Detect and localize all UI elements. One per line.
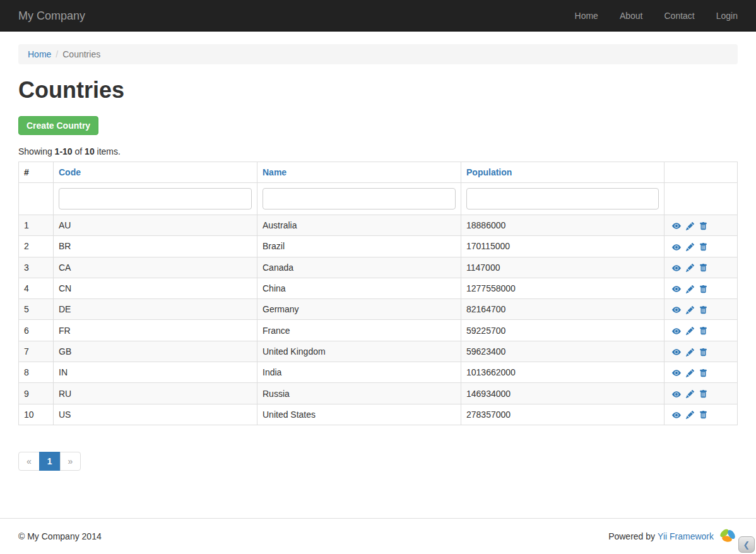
pagination-prev[interactable]: « [18, 452, 40, 471]
pencil-icon[interactable] [686, 390, 694, 398]
breadcrumb-home-link[interactable]: Home [28, 49, 51, 59]
eye-icon[interactable] [672, 264, 681, 273]
row-index: 2 [19, 236, 54, 257]
summary-of: of [73, 146, 85, 156]
pagination-next[interactable]: » [60, 452, 81, 471]
cell-code: US [54, 404, 257, 425]
population-filter-input[interactable] [466, 188, 659, 209]
action-cell [664, 257, 738, 278]
cell-name: France [257, 320, 461, 341]
action-cell [664, 362, 738, 383]
cell-population: 82164700 [461, 299, 664, 320]
cell-population: 59225700 [461, 320, 664, 341]
trash-icon[interactable] [699, 285, 707, 293]
pencil-icon[interactable] [686, 222, 694, 230]
pencil-icon[interactable] [686, 411, 694, 419]
eye-icon[interactable] [672, 411, 681, 420]
action-cell [664, 299, 738, 320]
table-row: 6FRFrance59225700 [19, 320, 738, 341]
table-row: 1AUAustralia18886000 [19, 215, 738, 236]
eye-icon[interactable] [672, 221, 681, 230]
breadcrumb-separator: / [51, 49, 62, 59]
trash-icon[interactable] [699, 222, 707, 230]
cell-population: 18886000 [461, 215, 664, 236]
row-index: 6 [19, 320, 54, 341]
main-nav: Home About Contact Login [575, 11, 738, 21]
col-header-population[interactable]: Population [466, 167, 512, 177]
trash-icon[interactable] [699, 390, 707, 398]
yii-framework-link[interactable]: Yii Framework [658, 531, 714, 541]
copyright-text: © My Company 2014 [18, 531, 102, 541]
row-index: 7 [19, 341, 54, 362]
summary-suffix: items. [95, 146, 121, 156]
pencil-icon[interactable] [686, 369, 694, 377]
action-cell [664, 320, 738, 341]
eye-icon[interactable] [672, 348, 681, 357]
eye-icon[interactable] [672, 243, 681, 252]
trash-icon[interactable] [699, 348, 707, 357]
cell-code: FR [54, 320, 257, 341]
trash-icon[interactable] [699, 306, 707, 314]
create-country-button[interactable]: Create Country [18, 116, 98, 135]
col-header-code[interactable]: Code [59, 167, 81, 177]
trash-icon[interactable] [699, 243, 707, 251]
eye-icon[interactable] [672, 285, 681, 293]
summary-prefix: Showing [18, 146, 55, 156]
col-header-name[interactable]: Name [263, 167, 286, 177]
row-index: 3 [19, 257, 54, 278]
row-index: 1 [19, 215, 54, 236]
eye-icon[interactable] [672, 327, 681, 336]
nav-item-about[interactable]: About [620, 11, 643, 21]
cell-code: CA [54, 257, 257, 278]
trash-icon[interactable] [699, 264, 707, 272]
row-index: 9 [19, 383, 54, 404]
eye-icon[interactable] [672, 305, 681, 314]
nav-item-contact[interactable]: Contact [664, 11, 694, 21]
action-cell [664, 383, 738, 404]
code-filter-input[interactable] [59, 188, 252, 209]
cell-code: IN [54, 362, 257, 383]
cell-name: Germany [257, 299, 461, 320]
cell-code: BR [54, 236, 257, 257]
trash-icon[interactable] [699, 327, 707, 335]
table-row: 8INIndia1013662000 [19, 362, 738, 383]
action-cell [664, 236, 738, 257]
eye-icon[interactable] [672, 368, 681, 377]
table-row: 7GBUnited Kingdom59623400 [19, 341, 738, 362]
scroll-back-widget[interactable]: ❮ [738, 536, 755, 553]
nav-item-home[interactable]: Home [575, 11, 598, 21]
chevron-left-icon: ❮ [743, 540, 750, 550]
breadcrumb: Home / Countries [18, 44, 738, 64]
table-row: 3CACanada1147000 [19, 257, 738, 278]
pencil-icon[interactable] [686, 306, 694, 314]
name-filter-input[interactable] [263, 188, 456, 209]
pencil-icon[interactable] [686, 285, 694, 293]
cell-name: China [257, 278, 461, 298]
col-header-actions [664, 162, 738, 183]
cell-population: 170115000 [461, 236, 664, 257]
cell-name: United Kingdom [257, 341, 461, 362]
trash-icon[interactable] [699, 411, 707, 419]
trash-icon[interactable] [699, 369, 707, 377]
pencil-icon[interactable] [686, 348, 694, 357]
cell-population: 59623400 [461, 341, 664, 362]
pencil-icon[interactable] [686, 327, 694, 335]
countries-table: # Code Name Population 1AUAustralia18886… [18, 162, 738, 425]
cell-code: CN [54, 278, 257, 298]
cell-population: 1013662000 [461, 362, 664, 383]
eye-icon[interactable] [672, 390, 681, 399]
table-row: 4CNChina1277558000 [19, 278, 738, 298]
pagination: « 1 » [18, 452, 81, 471]
yii-logo-icon [718, 527, 738, 545]
cell-code: GB [54, 341, 257, 362]
brand-link[interactable]: My Company [18, 9, 85, 23]
table-row: 9RURussia146934000 [19, 383, 738, 404]
pencil-icon[interactable] [686, 243, 694, 251]
pencil-icon[interactable] [686, 264, 694, 272]
cell-population: 146934000 [461, 383, 664, 404]
nav-item-login[interactable]: Login [716, 11, 738, 21]
cell-code: RU [54, 383, 257, 404]
pagination-page-1[interactable]: 1 [39, 452, 61, 471]
action-cell [664, 278, 738, 298]
cell-code: DE [54, 299, 257, 320]
